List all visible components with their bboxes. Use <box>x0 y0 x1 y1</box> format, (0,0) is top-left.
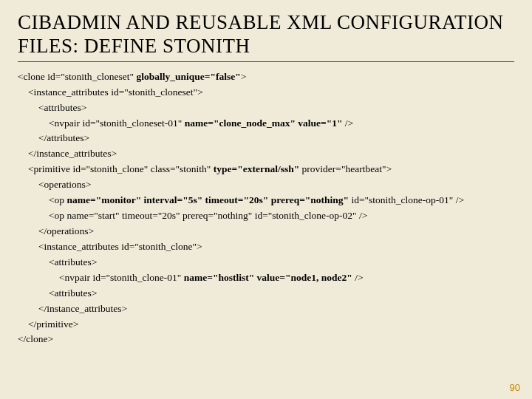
xml-code-block: <clone id="stonith_cloneset" globally_un… <box>18 69 514 348</box>
code-line: <nvpair id="stonith_cloneset-01" name="c… <box>18 116 514 132</box>
code-line: <instance_attributes id="stonith_clonese… <box>18 85 514 100</box>
code-line: <op name="start" timeout="20s" prereq="n… <box>18 208 514 224</box>
code-line: <nvpair id="stonith_clone-01" name="host… <box>18 270 514 286</box>
slide-title: CIBADMIN AND REUSABLE XML CONFIGURATION … <box>18 10 514 62</box>
code-line: <attributes> <box>18 100 514 116</box>
code-line: <operations> <box>18 177 514 193</box>
slide: CIBADMIN AND REUSABLE XML CONFIGURATION … <box>0 0 532 399</box>
code-line: <instance_attributes id="stonith_clone"> <box>18 239 514 255</box>
code-line: <primitive id="stonith_clone" class="sto… <box>18 162 514 177</box>
code-line: </attributes> <box>18 131 514 146</box>
code-line: </operations> <box>18 224 514 239</box>
code-line: <op name="monitor" interval="5s" timeout… <box>18 193 514 208</box>
code-line: <attributes> <box>18 255 514 270</box>
code-line: </instance_attributes> <box>18 301 514 317</box>
page-number: 90 <box>510 382 520 393</box>
code-line: </primitive> <box>18 317 514 332</box>
code-line: <attributes> <box>18 286 514 301</box>
code-line: <clone id="stonith_cloneset" globally_un… <box>18 69 514 85</box>
code-line: </instance_attributes> <box>18 146 514 162</box>
code-line: </clone> <box>18 332 514 347</box>
